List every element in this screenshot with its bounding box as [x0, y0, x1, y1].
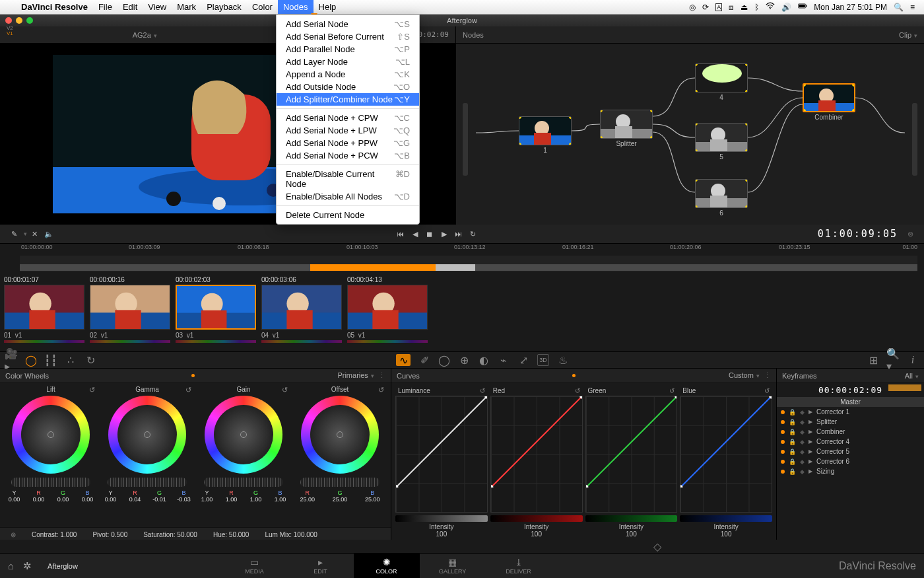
menu-item[interactable]: Add Outside Node⌥O — [277, 81, 419, 93]
jog-wheel[interactable] — [300, 478, 380, 487]
lock-icon[interactable]: 🔒 — [789, 409, 796, 415]
reset-icon[interactable]: ↺ — [89, 386, 95, 394]
menu-item[interactable]: Enable/Disable All Nodes⌥D — [277, 190, 419, 203]
timeline-tracks[interactable] — [20, 256, 917, 271]
blur-icon[interactable]: ◐ — [478, 354, 490, 366]
lock-icon[interactable]: 🔒 — [789, 458, 796, 465]
shuffle-icon[interactable]: ✕ — [27, 228, 42, 240]
intensity-slider[interactable] — [585, 515, 678, 522]
menu-item[interactable]: Add Layer Node⌥L — [277, 55, 419, 68]
menu-item[interactable]: Add Serial Node + PPW⌥G — [277, 137, 419, 149]
menu-item[interactable]: Append a Node⌥K — [277, 68, 419, 81]
menu-item[interactable]: Delete Current Node — [277, 209, 419, 221]
color-wheel[interactable] — [12, 396, 90, 474]
traffic-lights[interactable] — [0, 17, 33, 24]
color-wheel[interactable] — [205, 396, 282, 474]
menu-edit[interactable]: Edit — [117, 0, 143, 14]
volume-icon[interactable]: 🔈 — [42, 228, 56, 240]
menu-item[interactable]: Add Serial Node + LPW⌥Q — [277, 124, 419, 137]
active-dot-icon[interactable] — [781, 410, 785, 414]
node-6[interactable]: 6 — [695, 179, 748, 217]
keyframe-icon[interactable]: ◆ — [800, 439, 805, 445]
key-icon[interactable]: ⌁ — [498, 354, 510, 366]
lock-icon[interactable]: 🔒 — [789, 449, 796, 455]
camera-raw-icon[interactable]: 🎥▸ — [5, 354, 17, 366]
grid-icon[interactable]: ⊞ — [867, 354, 879, 366]
chevron-down-icon[interactable]: ▾ — [756, 373, 760, 379]
active-dot-icon[interactable] — [781, 470, 785, 474]
reset-icon[interactable]: ↺ — [764, 387, 770, 394]
menu-item[interactable]: Add Parallel Node⌥P — [277, 43, 419, 55]
window-icon[interactable]: ◯ — [438, 354, 450, 366]
curve-editor[interactable] — [585, 396, 678, 513]
reset-icon[interactable]: ↺ — [282, 386, 288, 394]
active-dot-icon[interactable] — [781, 420, 785, 424]
disclosure-icon[interactable]: ▶ — [808, 429, 812, 435]
chevron-down-icon[interactable]: ▾ — [154, 32, 157, 39]
disclosure-icon[interactable]: ▶ — [808, 458, 812, 464]
eject-icon[interactable]: ⏏ — [741, 3, 748, 12]
loop-icon[interactable]: ↻ — [466, 228, 480, 240]
lock-icon[interactable]: 🔒 — [789, 468, 796, 475]
disclosure-icon[interactable]: ▶ — [808, 409, 812, 415]
curve-editor[interactable] — [490, 396, 583, 513]
motion-effects-icon[interactable]: ↻ — [84, 354, 96, 366]
minimize-icon[interactable] — [16, 17, 22, 24]
keyframe-clip-bar[interactable] — [888, 384, 921, 391]
active-dot-icon[interactable] — [781, 450, 785, 454]
menu-item[interactable]: Add Serial Node⌥S — [277, 18, 419, 30]
data-burn-icon[interactable]: ♨ — [557, 354, 569, 366]
battery-icon[interactable] — [798, 1, 807, 13]
keyframe-icon[interactable]: ◆ — [800, 468, 805, 475]
text-icon[interactable]: A — [715, 3, 722, 11]
expand-icon[interactable]: ⋮ — [378, 371, 385, 379]
reset-icon[interactable]: ↺ — [669, 387, 675, 394]
rgb-mixer-icon[interactable]: ∴ — [65, 354, 77, 366]
home-icon[interactable]: ⌂ — [8, 560, 14, 571]
nodes-head-mode[interactable]: Clip — [899, 31, 911, 39]
reset-all-icon[interactable]: ⊗ — [11, 531, 16, 538]
keyframe-icon[interactable]: ◆ — [800, 429, 805, 435]
volume-icon[interactable]: 🔊 — [781, 3, 791, 12]
chevron-down-icon[interactable]: ▾ — [915, 373, 919, 380]
color-wheel[interactable] — [301, 396, 379, 474]
node-combiner[interactable]: Combiner — [803, 83, 855, 121]
clip-thumbnail[interactable]: 00:00:00:1602 v1 — [90, 276, 170, 351]
menu-playback[interactable]: Playback — [201, 0, 247, 14]
node-1[interactable]: 1 — [519, 116, 572, 154]
primaries-bars-icon[interactable]: ┇┇ — [45, 354, 57, 366]
menu-item[interactable]: Enable/Disable Current Node⌘D — [277, 168, 419, 190]
curves-mode[interactable]: Custom — [729, 371, 754, 379]
clip-thumbnail[interactable]: 00:00:03:0604 v1 — [261, 276, 342, 351]
param-lummix[interactable]: Lum Mix: 100.000 — [265, 531, 317, 538]
disclosure-icon[interactable]: ▶ — [808, 439, 812, 445]
disclosure-icon[interactable]: ▶ — [808, 468, 812, 474]
viewer-clip-name[interactable]: AG2a — [133, 31, 151, 39]
keyframe-row[interactable]: 🔒◆▶Combiner — [777, 427, 924, 437]
go-last-icon[interactable]: ⏭ — [451, 228, 466, 240]
menu-file[interactable]: File — [93, 0, 117, 14]
menu-item[interactable]: Add Serial Node + PCW⌥B — [277, 149, 419, 162]
info-icon[interactable]: i — [907, 354, 919, 366]
tracking-icon[interactable]: ⊕ — [458, 354, 470, 366]
menu-item[interactable]: Add Serial Node + CPW⌥C — [277, 112, 419, 124]
spotlight-icon[interactable]: 🔍 — [894, 3, 904, 12]
param-pivot[interactable]: Pivot: 0.500 — [92, 531, 127, 538]
param-hue[interactable]: Hue: 50.000 — [213, 531, 249, 538]
reset-icon[interactable]: ↺ — [378, 386, 384, 394]
menu-mark[interactable]: Mark — [172, 0, 201, 14]
eyedropper-icon[interactable]: ✎ — [7, 228, 21, 240]
color-wheels-icon[interactable]: ◯ — [25, 354, 37, 366]
keyframe-row[interactable]: 🔒◆▶Splitter — [777, 417, 924, 427]
node-4[interactable]: 4 — [695, 63, 748, 101]
keyframes-master[interactable]: Master — [777, 397, 924, 407]
play-reverse-icon[interactable]: ◀ — [408, 228, 422, 240]
page-media[interactable]: ▭MEDIA — [222, 554, 288, 579]
param-saturation[interactable]: Saturation: 50.000 — [143, 531, 197, 538]
keyframe-row[interactable]: 🔒◆▶Corrector 5 — [777, 447, 924, 456]
stop-icon[interactable]: ◼ — [422, 228, 437, 240]
3d-icon[interactable]: 3D — [537, 354, 549, 366]
jog-wheel[interactable] — [204, 478, 283, 487]
keyframe-icon[interactable]: ◆ — [800, 449, 805, 455]
color-wheel[interactable] — [108, 396, 186, 474]
